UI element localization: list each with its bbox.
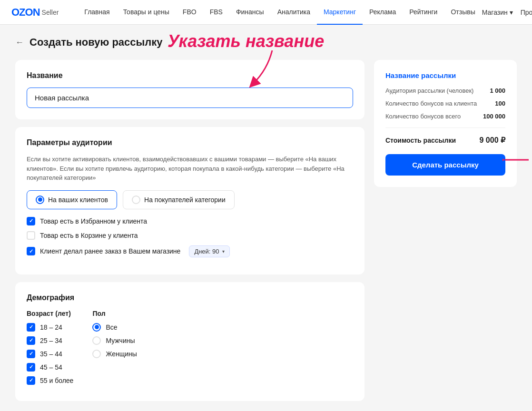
audience-card: Параметры аудитории Если вы хотите актив… (15, 127, 365, 274)
radio-own-clients[interactable]: На ваших клиентов (27, 190, 117, 209)
page-content: ← Создать новую рассылку Указать названи… (0, 25, 532, 411)
nav-products[interactable]: Товары и цены (117, 0, 176, 25)
checkbox-cart-box (27, 231, 35, 240)
logo-seller-text: Seller (42, 9, 59, 16)
checkbox-favorites[interactable]: ✓ Товар есть в Избранном у клиента (27, 217, 353, 225)
back-button[interactable]: ← (15, 38, 24, 48)
stat-bonus-client-label: Количество бонусов на клиента (385, 100, 477, 107)
cost-value: 9 000 ₽ (480, 136, 505, 145)
age-column: Возраст (лет) ✓ 18 – 24 ✓ 25 – 34 ✓ (27, 310, 73, 390)
logo: OZON Seller (11, 6, 59, 19)
age-25-34-box: ✓ (27, 336, 35, 345)
summary-card: Название рассылки Аудитория рассылки (че… (374, 60, 517, 187)
radio-circle-cat (132, 196, 140, 204)
cost-row: Стоимость рассылки 9 000 ₽ (385, 136, 505, 145)
side-panel: Название рассылки Аудитория рассылки (че… (374, 60, 517, 401)
main-column: Название Параметры аудитории Если вы хот… (15, 60, 365, 401)
stat-audience-label: Аудитория рассылки (человек) (385, 87, 473, 94)
nav-ratings[interactable]: Рейтинги (403, 0, 444, 25)
age-title: Возраст (лет) (27, 310, 73, 317)
make-mailing-button[interactable]: Сделать рассылку (385, 154, 505, 176)
checkbox-cart-label: Товар есть в Корзине у клиента (40, 232, 138, 239)
radio-cat-label: На покупателей категории (144, 196, 226, 204)
checkbox-cart[interactable]: Товар есть в Корзине у клиента (27, 231, 353, 240)
nav-marketing[interactable]: Маркетинг (317, 0, 363, 25)
chevron-down-icon: ▾ (222, 249, 225, 254)
gender-all-label: Все (106, 323, 117, 331)
seller-menu[interactable]: Продавец ▾ (521, 9, 532, 16)
audience-radio-group: На ваших клиентов На покупателей категор… (27, 190, 353, 209)
demographics-grid: Возраст (лет) ✓ 18 – 24 ✓ 25 – 34 ✓ (27, 310, 353, 390)
gender-column: Пол Все Мужчины (92, 310, 137, 390)
summary-title: Название рассылки (385, 71, 505, 79)
gender-all[interactable]: Все (92, 323, 137, 332)
gender-title: Пол (92, 310, 137, 317)
age-25-34-label: 25 – 34 (40, 337, 62, 344)
gender-male[interactable]: Мужчины (92, 336, 137, 345)
nav-reviews[interactable]: Отзывы (444, 0, 482, 25)
nav-analytics[interactable]: Аналитика (271, 0, 317, 25)
age-55plus[interactable]: ✓ 55 и более (27, 376, 73, 385)
stat-audience: Аудитория рассылки (человек) 1 000 (385, 87, 505, 94)
stat-bonus-total-label: Количество бонусов всего (385, 113, 461, 120)
radio-own-label: На ваших клиентов (48, 196, 108, 204)
gender-female-label: Женщины (106, 350, 137, 358)
age-35-44[interactable]: ✓ 35 – 44 (27, 350, 73, 358)
main-nav: Главная Товары и цены FBO FBS Финансы Ан… (78, 0, 482, 25)
age-45-54[interactable]: ✓ 45 – 54 (27, 363, 73, 372)
name-card-title: Название (27, 71, 353, 80)
gender-male-label: Мужчины (106, 337, 135, 344)
content-layout: Название Параметры аудитории Если вы хот… (15, 60, 517, 401)
demographics-title: Демография (27, 294, 353, 302)
name-card: Название (15, 60, 365, 119)
age-35-44-label: 35 – 44 (40, 350, 62, 358)
radio-circle-own (36, 196, 44, 204)
page-header: ← Создать новую рассылку (15, 36, 517, 49)
nav-ads[interactable]: Реклама (363, 0, 403, 25)
stat-bonus-per-client: Количество бонусов на клиента 100 (385, 100, 505, 107)
radio-category-clients[interactable]: На покупателей категории (123, 190, 235, 209)
name-input[interactable] (27, 88, 353, 108)
stat-bonus-client-value: 100 (495, 100, 505, 107)
age-18-24[interactable]: ✓ 18 – 24 (27, 323, 73, 332)
age-45-54-box: ✓ (27, 363, 35, 372)
gender-all-circle (92, 323, 101, 332)
days-dropdown[interactable]: Дней: 90 ▾ (189, 245, 229, 257)
logo-ozon-text: OZON (11, 6, 40, 19)
age-18-24-label: 18 – 24 (40, 323, 62, 331)
demographics-card: Демография Возраст (лет) ✓ 18 – 24 ✓ 25 … (15, 282, 365, 401)
nav-home[interactable]: Главная (78, 0, 116, 25)
age-55plus-label: 55 и более (40, 377, 73, 384)
page-title: Создать новую рассылку (30, 36, 163, 49)
checkbox-favorites-label: Товар есть в Избранном у клиента (40, 217, 147, 225)
nav-fbs[interactable]: FBS (203, 0, 229, 25)
shop-menu[interactable]: Магазин ▾ (482, 9, 513, 16)
checkbox-order-label: Клиент делал ранее заказ в Вашем магазин… (40, 247, 180, 255)
radio-dot-own (38, 197, 42, 202)
audience-card-title: Параметры аудитории (27, 138, 353, 147)
checkbox-favorites-box: ✓ (27, 217, 35, 225)
nav-fbo[interactable]: FBO (176, 0, 203, 25)
age-55plus-box: ✓ (27, 376, 35, 385)
audience-description: Если вы хотите активировать клиентов, вз… (27, 155, 353, 183)
cost-label: Стоимость рассылки (385, 137, 456, 144)
header-right: Магазин ▾ Продавец ▾ (482, 7, 532, 18)
stat-bonus-total-value: 100 000 (483, 113, 505, 120)
separator (385, 127, 505, 128)
stat-audience-value: 1 000 (490, 87, 505, 94)
gender-female-circle (92, 350, 101, 358)
checkbox-order[interactable]: ✓ Клиент делал ранее заказ в Вашем магаз… (27, 245, 353, 257)
age-18-24-box: ✓ (27, 323, 35, 332)
gender-female[interactable]: Женщины (92, 350, 137, 358)
age-45-54-label: 45 – 54 (40, 363, 62, 371)
age-35-44-box: ✓ (27, 350, 35, 358)
checkbox-order-box: ✓ (27, 247, 35, 255)
gender-male-circle (92, 336, 101, 345)
stat-bonus-total: Количество бонусов всего 100 000 (385, 113, 505, 120)
nav-finance[interactable]: Финансы (229, 0, 271, 25)
header: OZON Seller Главная Товары и цены FBO FB… (0, 0, 532, 25)
age-25-34[interactable]: ✓ 25 – 34 (27, 336, 73, 345)
days-value: Дней: 90 (194, 248, 219, 255)
